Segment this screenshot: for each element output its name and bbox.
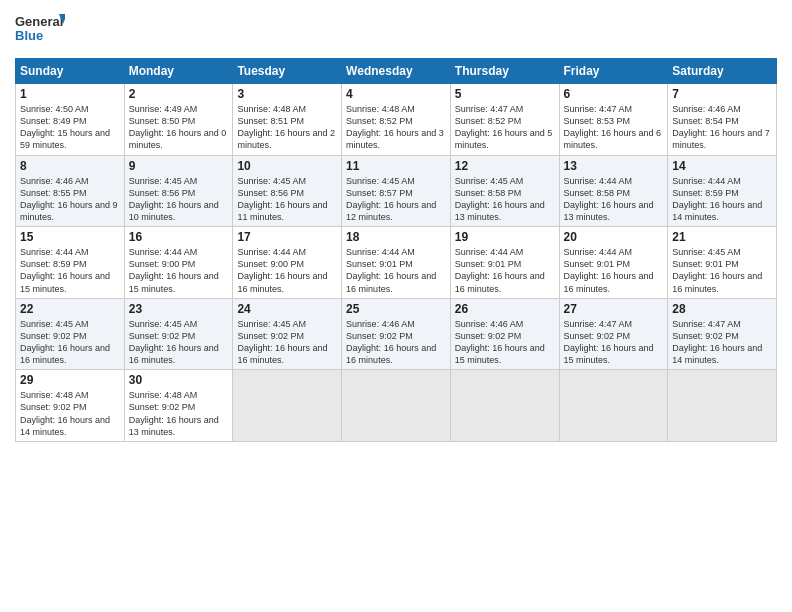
header-day-wednesday: Wednesday (342, 59, 451, 84)
day-detail: Sunrise: 4:44 AMSunset: 8:58 PMDaylight:… (564, 175, 664, 224)
day-detail: Sunrise: 4:44 AMSunset: 8:59 PMDaylight:… (20, 246, 120, 295)
day-number: 13 (564, 159, 664, 173)
day-number: 12 (455, 159, 555, 173)
day-cell: 24Sunrise: 4:45 AMSunset: 9:02 PMDayligh… (233, 298, 342, 370)
day-number: 17 (237, 230, 337, 244)
day-number: 3 (237, 87, 337, 101)
day-number: 2 (129, 87, 229, 101)
day-number: 1 (20, 87, 120, 101)
day-number: 30 (129, 373, 229, 387)
day-cell: 15Sunrise: 4:44 AMSunset: 8:59 PMDayligh… (16, 227, 125, 299)
day-number: 22 (20, 302, 120, 316)
header-row: SundayMondayTuesdayWednesdayThursdayFrid… (16, 59, 777, 84)
page: General Blue SundayMondayTuesdayWednesda… (0, 0, 792, 612)
day-detail: Sunrise: 4:44 AMSunset: 9:00 PMDaylight:… (129, 246, 229, 295)
week-row-3: 15Sunrise: 4:44 AMSunset: 8:59 PMDayligh… (16, 227, 777, 299)
day-cell: 6Sunrise: 4:47 AMSunset: 8:53 PMDaylight… (559, 84, 668, 156)
day-detail: Sunrise: 4:47 AMSunset: 8:52 PMDaylight:… (455, 103, 555, 152)
day-cell: 16Sunrise: 4:44 AMSunset: 9:00 PMDayligh… (124, 227, 233, 299)
day-cell: 27Sunrise: 4:47 AMSunset: 9:02 PMDayligh… (559, 298, 668, 370)
day-detail: Sunrise: 4:50 AMSunset: 8:49 PMDaylight:… (20, 103, 120, 152)
day-detail: Sunrise: 4:48 AMSunset: 9:02 PMDaylight:… (20, 389, 120, 438)
day-cell: 5Sunrise: 4:47 AMSunset: 8:52 PMDaylight… (450, 84, 559, 156)
day-number: 25 (346, 302, 446, 316)
day-cell: 14Sunrise: 4:44 AMSunset: 8:59 PMDayligh… (668, 155, 777, 227)
day-cell: 19Sunrise: 4:44 AMSunset: 9:01 PMDayligh… (450, 227, 559, 299)
logo: General Blue (15, 10, 65, 50)
day-detail: Sunrise: 4:45 AMSunset: 9:02 PMDaylight:… (237, 318, 337, 367)
day-number: 9 (129, 159, 229, 173)
day-detail: Sunrise: 4:48 AMSunset: 8:51 PMDaylight:… (237, 103, 337, 152)
week-row-5: 29Sunrise: 4:48 AMSunset: 9:02 PMDayligh… (16, 370, 777, 442)
day-detail: Sunrise: 4:45 AMSunset: 9:01 PMDaylight:… (672, 246, 772, 295)
day-cell: 2Sunrise: 4:49 AMSunset: 8:50 PMDaylight… (124, 84, 233, 156)
svg-text:General: General (15, 14, 63, 29)
day-cell: 25Sunrise: 4:46 AMSunset: 9:02 PMDayligh… (342, 298, 451, 370)
header-day-monday: Monday (124, 59, 233, 84)
day-cell: 29Sunrise: 4:48 AMSunset: 9:02 PMDayligh… (16, 370, 125, 442)
day-detail: Sunrise: 4:49 AMSunset: 8:50 PMDaylight:… (129, 103, 229, 152)
day-detail: Sunrise: 4:46 AMSunset: 8:54 PMDaylight:… (672, 103, 772, 152)
day-cell: 17Sunrise: 4:44 AMSunset: 9:00 PMDayligh… (233, 227, 342, 299)
day-cell: 1Sunrise: 4:50 AMSunset: 8:49 PMDaylight… (16, 84, 125, 156)
day-number: 24 (237, 302, 337, 316)
header-day-sunday: Sunday (16, 59, 125, 84)
calendar-body: 1Sunrise: 4:50 AMSunset: 8:49 PMDaylight… (16, 84, 777, 442)
week-row-4: 22Sunrise: 4:45 AMSunset: 9:02 PMDayligh… (16, 298, 777, 370)
day-number: 4 (346, 87, 446, 101)
day-detail: Sunrise: 4:45 AMSunset: 8:56 PMDaylight:… (129, 175, 229, 224)
day-cell (559, 370, 668, 442)
day-number: 11 (346, 159, 446, 173)
day-cell: 21Sunrise: 4:45 AMSunset: 9:01 PMDayligh… (668, 227, 777, 299)
day-detail: Sunrise: 4:47 AMSunset: 9:02 PMDaylight:… (564, 318, 664, 367)
day-cell: 7Sunrise: 4:46 AMSunset: 8:54 PMDaylight… (668, 84, 777, 156)
day-detail: Sunrise: 4:46 AMSunset: 8:55 PMDaylight:… (20, 175, 120, 224)
day-cell: 3Sunrise: 4:48 AMSunset: 8:51 PMDaylight… (233, 84, 342, 156)
header-day-friday: Friday (559, 59, 668, 84)
day-number: 8 (20, 159, 120, 173)
day-detail: Sunrise: 4:45 AMSunset: 9:02 PMDaylight:… (129, 318, 229, 367)
day-number: 28 (672, 302, 772, 316)
day-cell: 12Sunrise: 4:45 AMSunset: 8:58 PMDayligh… (450, 155, 559, 227)
day-detail: Sunrise: 4:48 AMSunset: 9:02 PMDaylight:… (129, 389, 229, 438)
logo-svg: General Blue (15, 10, 65, 50)
day-cell: 18Sunrise: 4:44 AMSunset: 9:01 PMDayligh… (342, 227, 451, 299)
day-number: 15 (20, 230, 120, 244)
day-detail: Sunrise: 4:44 AMSunset: 9:00 PMDaylight:… (237, 246, 337, 295)
day-number: 16 (129, 230, 229, 244)
day-detail: Sunrise: 4:47 AMSunset: 8:53 PMDaylight:… (564, 103, 664, 152)
header-day-tuesday: Tuesday (233, 59, 342, 84)
day-cell: 11Sunrise: 4:45 AMSunset: 8:57 PMDayligh… (342, 155, 451, 227)
header-day-thursday: Thursday (450, 59, 559, 84)
day-detail: Sunrise: 4:44 AMSunset: 9:01 PMDaylight:… (346, 246, 446, 295)
day-number: 7 (672, 87, 772, 101)
day-cell: 23Sunrise: 4:45 AMSunset: 9:02 PMDayligh… (124, 298, 233, 370)
day-cell: 8Sunrise: 4:46 AMSunset: 8:55 PMDaylight… (16, 155, 125, 227)
day-cell (668, 370, 777, 442)
day-number: 19 (455, 230, 555, 244)
day-number: 14 (672, 159, 772, 173)
day-number: 21 (672, 230, 772, 244)
week-row-1: 1Sunrise: 4:50 AMSunset: 8:49 PMDaylight… (16, 84, 777, 156)
day-detail: Sunrise: 4:48 AMSunset: 8:52 PMDaylight:… (346, 103, 446, 152)
day-cell: 22Sunrise: 4:45 AMSunset: 9:02 PMDayligh… (16, 298, 125, 370)
day-cell (342, 370, 451, 442)
header-day-saturday: Saturday (668, 59, 777, 84)
day-detail: Sunrise: 4:45 AMSunset: 8:57 PMDaylight:… (346, 175, 446, 224)
day-number: 27 (564, 302, 664, 316)
svg-text:Blue: Blue (15, 28, 43, 43)
week-row-2: 8Sunrise: 4:46 AMSunset: 8:55 PMDaylight… (16, 155, 777, 227)
day-number: 18 (346, 230, 446, 244)
day-detail: Sunrise: 4:46 AMSunset: 9:02 PMDaylight:… (346, 318, 446, 367)
calendar-header: SundayMondayTuesdayWednesdayThursdayFrid… (16, 59, 777, 84)
day-cell (233, 370, 342, 442)
day-cell: 4Sunrise: 4:48 AMSunset: 8:52 PMDaylight… (342, 84, 451, 156)
day-cell: 30Sunrise: 4:48 AMSunset: 9:02 PMDayligh… (124, 370, 233, 442)
day-number: 29 (20, 373, 120, 387)
day-number: 10 (237, 159, 337, 173)
day-detail: Sunrise: 4:45 AMSunset: 8:56 PMDaylight:… (237, 175, 337, 224)
day-number: 6 (564, 87, 664, 101)
day-cell: 20Sunrise: 4:44 AMSunset: 9:01 PMDayligh… (559, 227, 668, 299)
day-cell (450, 370, 559, 442)
day-detail: Sunrise: 4:47 AMSunset: 9:02 PMDaylight:… (672, 318, 772, 367)
